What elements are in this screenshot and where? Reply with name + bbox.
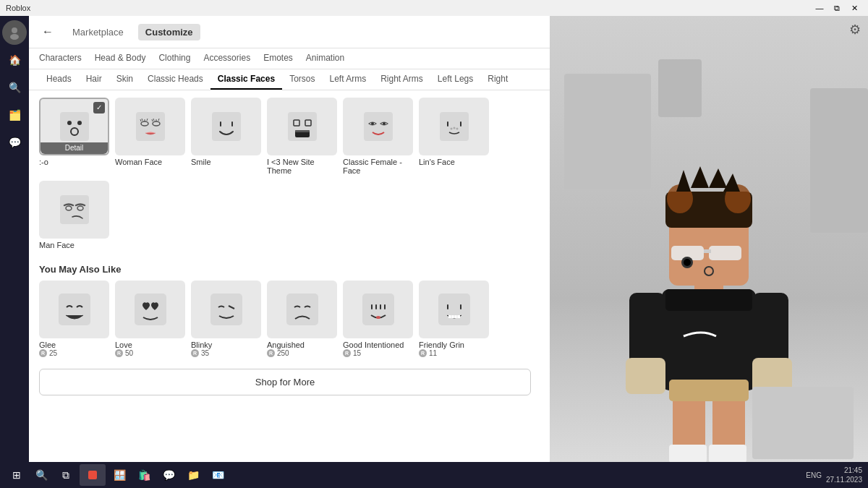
sidebar-explore-icon[interactable]: 🔍 [2, 75, 27, 100]
tab-animation[interactable]: Animation [306, 53, 344, 64]
face-card-lin[interactable]: Lin's Face [419, 98, 489, 175]
sidebar-catalog-icon[interactable]: 🗂️ [2, 103, 27, 127]
clock: 21:45 [826, 466, 862, 475]
svg-rect-62 [752, 293, 788, 365]
taskbar-icon-chat[interactable]: 💬 [158, 464, 179, 486]
svg-rect-6 [136, 112, 165, 141]
sidebar-chat-icon[interactable]: 💬 [2, 130, 27, 155]
face-label-woman: Woman Face [115, 158, 185, 166]
subtab-left-legs[interactable]: Left Legs [430, 69, 480, 90]
taskbar-icon-explorer[interactable]: 📁 [182, 464, 204, 486]
restore-button[interactable]: ⧉ [829, 2, 845, 14]
face-detail-btn[interactable]: Detail [41, 142, 108, 154]
rec-card-blinky[interactable]: Blinky R 35 [191, 281, 261, 357]
face-check-o: ✓ [93, 102, 105, 114]
faces-grid: ✓ Detail :-o [39, 98, 540, 249]
rec-card-anguished[interactable]: Anguished R 250 [267, 281, 337, 357]
svg-marker-71 [709, 168, 727, 188]
rec-label-good-intentioned: Good Intentioned [343, 341, 413, 349]
roblox-taskbar-app[interactable] [80, 464, 106, 486]
svg-rect-37 [59, 294, 90, 325]
subtab-skin[interactable]: Skin [109, 69, 140, 90]
rec-price-friendly-grin: R 11 [419, 349, 489, 357]
svg-rect-81 [88, 471, 97, 479]
taskbar-lang: ENG [806, 471, 822, 479]
start-button[interactable]: ⊞ [6, 464, 27, 486]
rec-card-glee[interactable]: Glee R 25 [39, 281, 109, 357]
tab-emotes[interactable]: Emotes [263, 53, 293, 64]
taskbar-time: 21:45 27.11.2023 [826, 466, 862, 484]
titlebar: Roblox — ⧉ ✕ [0, 0, 868, 16]
face-card-smile[interactable]: Smile [191, 98, 261, 175]
marketplace-tab[interactable]: Marketplace [65, 24, 131, 40]
subtab-right-arms[interactable]: Right Arms [373, 69, 430, 90]
subtab-heads[interactable]: Heads [39, 69, 79, 90]
filter-icon[interactable]: ⚙ [849, 22, 861, 38]
titlebar-right: — ⧉ ✕ [812, 2, 862, 14]
svg-point-0 [12, 27, 17, 33]
svg-rect-24 [295, 130, 310, 132]
close-button[interactable]: ✕ [846, 2, 862, 14]
tab-clothing[interactable]: Clothing [158, 53, 190, 64]
glee-price: 25 [49, 349, 57, 357]
face-thumb-heart [267, 98, 337, 155]
rec-card-good-intentioned[interactable]: Good Intentioned R 15 [343, 281, 413, 357]
svg-rect-48 [438, 294, 470, 325]
subtab-classic-heads[interactable]: Classic Heads [140, 69, 210, 90]
svg-point-3 [67, 121, 72, 125]
subtab-classic-faces[interactable]: Classic Faces [210, 69, 282, 90]
robux-icon-5: R [343, 349, 351, 357]
taskbar-icon-mail[interactable]: 📧 [207, 464, 229, 486]
blinky-price: 35 [201, 349, 209, 357]
robux-icon-3: R [191, 349, 199, 357]
subtab-left-arms[interactable]: Left Arms [322, 69, 373, 90]
face-thumb-smile [191, 98, 261, 155]
category-tabs: Characters Head & Body Clothing Accessor… [29, 48, 550, 69]
svg-point-47 [376, 316, 380, 319]
rec-thumb-good-intentioned [343, 281, 413, 338]
app-container: 🏠 🔍 🗂️ 💬 ← Marketplace Customize R 34 Ch… [0, 16, 868, 488]
rec-label-love: Love [115, 341, 185, 349]
taskbar-icon-store[interactable]: 🛍️ [133, 464, 155, 486]
rec-card-love[interactable]: Love R 50 [115, 281, 185, 357]
face-card-o[interactable]: ✓ Detail :-o [39, 98, 109, 175]
tab-accessories[interactable]: Accessories [203, 53, 250, 64]
app-title: Roblox [6, 4, 30, 12]
sidebar-home-icon[interactable]: 🏠 [2, 48, 27, 72]
customize-tab[interactable]: Customize [138, 24, 200, 40]
subtab-hair[interactable]: Hair [79, 69, 109, 90]
rec-price-glee: R 25 [39, 349, 109, 357]
face-card-woman[interactable]: Woman Face [115, 98, 185, 175]
rec-price-love: R 50 [115, 349, 185, 357]
face-label-lin: Lin's Face [419, 158, 489, 166]
subtab-right[interactable]: Right [480, 69, 515, 90]
svg-rect-34 [60, 195, 89, 224]
face-label-classic-female: Classic Female - Face [343, 158, 413, 175]
svg-rect-79 [665, 289, 752, 311]
svg-marker-72 [723, 174, 740, 192]
sidebar-avatar[interactable] [2, 20, 27, 45]
rec-label-blinky: Blinky [191, 341, 261, 349]
face-label-man: Man Face [39, 241, 109, 249]
task-view-button[interactable]: ⧉ [55, 464, 77, 486]
rec-thumb-glee [39, 281, 109, 338]
tab-characters[interactable]: Characters [39, 53, 82, 64]
face-card-man[interactable]: Man Face [39, 181, 109, 249]
back-button[interactable]: ← [38, 22, 58, 42]
minimize-button[interactable]: — [812, 2, 827, 14]
shop-for-more-button[interactable]: Shop for More [39, 369, 531, 395]
taskbar-icon-windows[interactable]: 🪟 [109, 464, 130, 486]
svg-point-31 [450, 128, 452, 130]
face-card-classic-female[interactable]: Classic Female - Face [343, 98, 413, 175]
svg-marker-70 [691, 166, 709, 188]
rec-card-friendly-grin[interactable]: Friendly Grin R 11 [419, 281, 489, 357]
topnav: ← Marketplace Customize R 34 [29, 16, 550, 48]
svg-marker-69 [676, 170, 691, 192]
search-button[interactable]: 🔍 [30, 464, 52, 486]
tab-head-body[interactable]: Head & Body [95, 53, 146, 64]
face-card-heart[interactable]: I <3 New Site Theme [267, 98, 337, 175]
robux-icon-2: R [115, 349, 123, 357]
subtab-torsos[interactable]: Torsos [282, 69, 322, 90]
taskbar: ⊞ 🔍 ⧉ 🪟 🛍️ 💬 📁 📧 ENG 21:45 27.11.2023 [0, 462, 868, 488]
good-intentioned-price: 15 [353, 349, 361, 357]
